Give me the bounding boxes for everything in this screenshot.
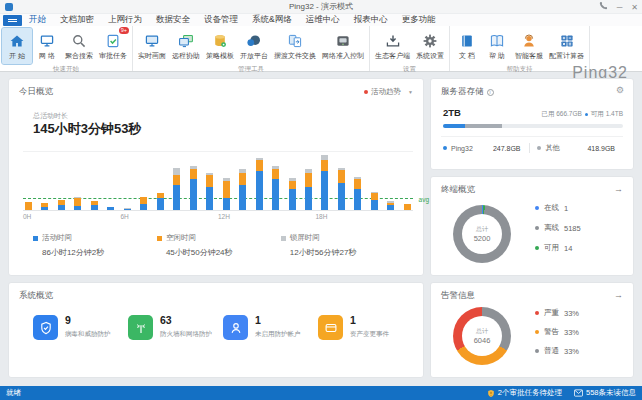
tab-device-mgmt[interactable]: 设备管理	[204, 14, 238, 26]
bar-hour-22[interactable]	[387, 152, 394, 210]
bar-hour-7[interactable]	[140, 152, 147, 210]
tab-ops-center[interactable]: 运维中心	[306, 14, 340, 26]
ribbon-item-realtime-screen[interactable]: 实时画面	[135, 28, 169, 64]
bar-hour-11[interactable]	[206, 152, 213, 210]
ribbon-item-eco-client[interactable]: 生态客户端	[372, 28, 413, 64]
donut-center-value: 5200	[474, 234, 491, 243]
trend-dot-icon	[364, 90, 368, 94]
bar-hour-21[interactable]	[371, 152, 378, 210]
bar-hour-14[interactable]	[256, 152, 263, 210]
unread-messages[interactable]: 558条未读信息	[574, 388, 636, 398]
storage-progress-bar	[443, 124, 623, 128]
minimize-icon[interactable]: ─	[617, 2, 623, 14]
dot-icon	[585, 113, 588, 116]
legend-lock-time: 锁屏时间 12小时56分钟27秒	[281, 233, 405, 258]
ribbon-item-config-calculator[interactable]: 配置计算器	[546, 28, 587, 64]
storage-legend-ping32: Ping32 247.8GB	[443, 145, 529, 152]
storage-legend-other: 其他 418.9GB	[537, 143, 623, 153]
stat-unprotected-accounts[interactable]: 1 未启用防护帐户	[223, 315, 318, 340]
ribbon-item-file-exchange[interactable]: 摆渡文件交换	[271, 28, 319, 64]
bar-hour-19[interactable]	[338, 152, 345, 210]
phone-support-icon[interactable]	[599, 1, 608, 14]
bar-hour-8[interactable]	[157, 152, 164, 210]
ribbon-item-home[interactable]: 开 始	[2, 28, 32, 64]
ribbon-item-label: 生态客户端	[375, 51, 410, 61]
alert-detail-arrow-icon[interactable]: →	[614, 290, 623, 300]
tab-more-features[interactable]: 更多功能	[402, 14, 436, 26]
stat-label: 防火墙和网络防护	[160, 330, 212, 339]
ribbon-item-system-settings[interactable]: 系统设置	[413, 28, 447, 64]
alert-info-title: 告警信息	[431, 283, 633, 302]
ribbon-toolbar: 开 始 网 络 聚合搜索 9+ 审批任务	[0, 26, 642, 72]
legend-online: 在线 1	[535, 203, 581, 213]
ribbon-item-open-platform[interactable]: 开放平台	[237, 28, 271, 64]
stat-value: 9	[65, 315, 111, 326]
bar-hour-3[interactable]	[74, 152, 81, 210]
legend-value: 33%	[564, 309, 579, 318]
bar-hour-12[interactable]	[223, 152, 230, 210]
shield-check-icon	[33, 315, 58, 340]
trend-selector[interactable]: 活动趋势 ▼	[364, 87, 413, 97]
bar-hour-18[interactable]	[321, 152, 328, 210]
bar-hour-10[interactable]	[190, 152, 197, 210]
ribbon-item-label: 开放平台	[240, 51, 268, 61]
donut-center-label: 总计	[476, 327, 488, 336]
alert-donut-chart: 总计 6046	[453, 307, 511, 365]
ribbon-item-label: 摆渡文件交换	[274, 51, 316, 61]
ribbon-item-aggregate-search[interactable]: 聚合搜索	[62, 28, 96, 64]
ribbon-item-smart-service[interactable]: 智能客服	[512, 28, 546, 64]
ribbon-item-nac[interactable]: 网络准入控制	[319, 28, 367, 64]
ribbon-item-remote-assist[interactable]: 远程协助	[169, 28, 203, 64]
donut-center-value: 6046	[474, 336, 491, 345]
terminal-overview-card: 终端概览 → 总计 5200 在线 1 离线 5185 可用 14	[430, 176, 634, 276]
asset-card-icon	[318, 315, 343, 340]
storage-segment-ping32	[443, 124, 465, 128]
unread-messages-text: 558条未读信息	[586, 388, 636, 398]
approval-icon	[105, 32, 121, 50]
terminal-detail-arrow-icon[interactable]: →	[614, 184, 623, 194]
info-icon[interactable]: i	[487, 89, 494, 96]
bar-hour-16[interactable]	[289, 152, 296, 210]
file-menu-button[interactable]	[3, 15, 22, 26]
ribbon-item-policy-template[interactable]: 策略模板	[203, 28, 237, 64]
bar-hour-2[interactable]	[58, 152, 65, 210]
legend-dot-icon	[535, 206, 539, 210]
tab-doc-encryption[interactable]: 文档加密	[60, 14, 94, 26]
bar-hour-20[interactable]	[354, 152, 361, 210]
bar-hour-4[interactable]	[91, 152, 98, 210]
close-icon[interactable]: ✕	[631, 2, 638, 14]
bar-hour-9[interactable]	[173, 152, 180, 210]
bar-hour-15[interactable]	[272, 152, 279, 210]
calculator-icon	[559, 32, 575, 50]
tab-report-center[interactable]: 报表中心	[354, 14, 388, 26]
stat-label: 资产变更事件	[350, 330, 389, 339]
stat-virus-protection[interactable]: 9 病毒和威胁防护	[33, 315, 128, 340]
policy-template-icon	[212, 32, 228, 50]
stat-label: 病毒和威胁防护	[65, 330, 111, 339]
stat-value: 1	[350, 315, 389, 326]
ribbon-item-docs[interactable]: 文 档	[452, 28, 482, 64]
bar-hour-5[interactable]	[107, 152, 114, 210]
ribbon-item-approval-tasks[interactable]: 9+ 审批任务	[96, 28, 130, 64]
bar-hour-1[interactable]	[41, 152, 48, 210]
storage-segment-other	[465, 124, 503, 128]
alert-info-card: 告警信息 → 总计 6046 严重 33% 警告 33% 普通 33%	[430, 282, 634, 378]
tab-data-security[interactable]: 数据安全	[156, 14, 190, 26]
ribbon-item-help[interactable]: 帮 助	[482, 28, 512, 64]
bar-hour-6[interactable]	[124, 152, 131, 210]
ribbon-item-network[interactable]: 网 络	[32, 28, 62, 64]
tab-web-behavior[interactable]: 上网行为	[108, 14, 142, 26]
tab-system-network[interactable]: 系统&网络	[252, 14, 292, 26]
chevron-down-icon: ▼	[408, 89, 413, 95]
bar-hour-0[interactable]	[25, 152, 32, 210]
legend-value: 14	[564, 244, 572, 253]
pending-approvals[interactable]: 2个审批任务待处理	[487, 388, 562, 398]
bar-hour-17[interactable]	[305, 152, 312, 210]
stat-firewall-protection[interactable]: 63 防火墙和网络防护	[128, 315, 223, 340]
bar-hour-23[interactable]	[404, 152, 411, 210]
stat-asset-changes[interactable]: 1 资产变更事件	[318, 315, 413, 340]
tab-start[interactable]: 开始	[29, 14, 46, 26]
storage-settings-gear-icon[interactable]: ⚙	[616, 85, 624, 95]
bar-hour-13[interactable]	[239, 152, 246, 210]
server-storage-card: 服务器存储 i ⚙ 2TB 已用 666.7GB 可用 1.4TB Ping32…	[430, 78, 634, 170]
